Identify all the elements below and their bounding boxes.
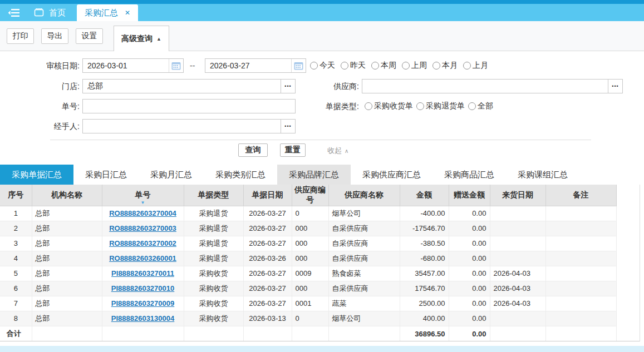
supplier-input[interactable] xyxy=(362,80,608,93)
doc-link[interactable]: RO88882603260001 xyxy=(109,254,176,262)
table-cell: -400.00 xyxy=(400,206,449,221)
table-cell: 2026-03-27 xyxy=(243,236,292,251)
quick-date-radio-3[interactable]: 上周 xyxy=(402,61,427,71)
export-button[interactable]: 导出 xyxy=(41,28,68,44)
table-cell: 熟食卤菜 xyxy=(328,266,400,281)
table-cell: 2026-04-03 xyxy=(490,296,545,311)
supplier-lookup-button[interactable]: ••• xyxy=(608,79,623,93)
quick-date-radio-group: 今天昨天本周上周本月上月 xyxy=(310,58,488,73)
handler-input[interactable] xyxy=(83,120,281,133)
column-header-label: 单据类型 xyxy=(198,190,229,199)
reset-button[interactable]: 重置 xyxy=(280,143,306,157)
table-cell: 0.00 xyxy=(449,296,490,311)
summary-subtab-0[interactable]: 采购单据汇总 xyxy=(0,165,73,185)
caret-up-icon: ▲ xyxy=(156,36,161,42)
column-header-1[interactable]: 机构名称 xyxy=(32,185,102,206)
doc-link[interactable]: RO88882603270003 xyxy=(109,224,176,232)
column-header-2[interactable]: 单号▼ xyxy=(102,185,184,206)
table-cell: 4 xyxy=(0,251,32,266)
quick-date-radio-5[interactable]: 上月 xyxy=(463,61,488,71)
doc-link[interactable]: PI88882603130004 xyxy=(111,314,175,323)
table-cell: 0009 xyxy=(292,266,328,281)
calendar-icon[interactable] xyxy=(169,59,183,72)
table-cell: 6 xyxy=(0,281,32,296)
table-row: 8总部PI88882603130004采购收货2026-03-130烟草公司40… xyxy=(0,311,616,326)
audit-date-label: 审核日期: xyxy=(0,58,80,73)
quick-date-radio-1[interactable]: 昨天 xyxy=(341,61,366,71)
column-header-7[interactable]: 金额 xyxy=(400,185,449,206)
radio-circle-icon xyxy=(310,62,318,70)
column-header-4[interactable]: 单据日期 xyxy=(243,185,292,206)
store-input[interactable] xyxy=(83,80,281,93)
table-cell: 采购收货 xyxy=(184,311,243,326)
table-cell: 总部 xyxy=(32,281,102,296)
date-from-wrap xyxy=(82,58,184,73)
handler-lookup-button[interactable]: ••• xyxy=(281,119,296,133)
table-cell: 000 xyxy=(292,221,328,236)
column-header-3[interactable]: 单据类型 xyxy=(184,185,243,206)
doc-link[interactable]: PI88882603270011 xyxy=(111,269,174,277)
doc-link[interactable]: RO88882603270002 xyxy=(109,239,176,247)
store-icon xyxy=(33,7,45,19)
doc-type-radio-label: 全部 xyxy=(478,101,493,111)
table-cell: 2026-03-27 xyxy=(243,221,292,236)
order-no-input[interactable] xyxy=(83,100,295,113)
settings-button[interactable]: 设置 xyxy=(76,28,103,44)
table-cell: 17546.70 xyxy=(400,281,449,296)
date-to-input[interactable] xyxy=(205,59,291,72)
table-cell: 自采供应商 xyxy=(328,281,400,296)
quick-date-radio-4[interactable]: 本月 xyxy=(432,61,458,71)
total-row: 合计36896.500.00 xyxy=(0,326,616,341)
calendar-icon[interactable] xyxy=(291,59,306,72)
quick-date-radio-label: 昨天 xyxy=(350,61,366,71)
table-cell: 采购退货 xyxy=(184,251,243,266)
collapse-chevron-icon: ∧ xyxy=(345,148,348,154)
column-header-6[interactable]: 供应商名称 xyxy=(328,185,400,206)
doc-link[interactable]: PI88882603270009 xyxy=(111,299,175,308)
quick-date-radio-0[interactable]: 今天 xyxy=(310,61,335,71)
table-cell: 000 xyxy=(292,236,328,251)
tab-purchase-summary[interactable]: 采购汇总 ✕ xyxy=(77,4,138,21)
total-empty-cell xyxy=(32,326,102,341)
table-cell: 总部 xyxy=(32,296,102,311)
home-tab[interactable]: 首页 xyxy=(33,4,66,21)
doc-link[interactable]: PI88882603270010 xyxy=(111,284,175,292)
table-cell xyxy=(490,221,545,236)
date-from-input[interactable] xyxy=(83,59,169,72)
summary-subtab-6[interactable]: 采购商品汇总 xyxy=(432,165,506,185)
print-button[interactable]: 打印 xyxy=(7,28,34,44)
close-tab-icon[interactable]: ✕ xyxy=(125,9,130,16)
summary-subtab-1[interactable]: 采购日汇总 xyxy=(73,165,139,185)
column-header-9[interactable]: 来货日期 xyxy=(490,185,545,206)
total-empty-cell xyxy=(545,326,616,341)
column-header-5[interactable]: 供应商编号 xyxy=(292,185,328,206)
column-header-10[interactable]: 备注 xyxy=(545,185,616,206)
summary-subtab-7[interactable]: 采购课组汇总 xyxy=(506,165,579,185)
summary-subtab-4[interactable]: 采购品牌汇总 xyxy=(277,165,351,185)
doc-link[interactable]: RO88882603270004 xyxy=(109,209,176,217)
table-cell: 总部 xyxy=(32,266,102,281)
column-header-label: 赠送金额 xyxy=(454,190,485,199)
table-cell xyxy=(545,281,616,296)
column-header-label: 供应商名称 xyxy=(345,190,384,199)
summary-subtab-2[interactable]: 采购月汇总 xyxy=(139,165,204,185)
quick-date-radio-label: 今天 xyxy=(319,61,335,71)
summary-subtab-3[interactable]: 采购类别汇总 xyxy=(204,165,277,185)
store-input-wrap xyxy=(82,79,281,93)
total-empty-cell xyxy=(328,326,400,341)
total-empty-cell xyxy=(184,326,243,341)
table-cell: 总部 xyxy=(32,206,102,221)
doc-type-radio-0[interactable]: 采购收货单 xyxy=(365,101,413,111)
total-empty-cell xyxy=(292,326,328,341)
summary-subtab-5[interactable]: 采购供应商汇总 xyxy=(351,165,432,185)
query-button[interactable]: 查询 xyxy=(238,143,268,157)
sidebar-collapse-icon[interactable] xyxy=(6,4,22,21)
column-header-0[interactable]: 序号 xyxy=(0,185,32,206)
quick-date-radio-2[interactable]: 本周 xyxy=(371,61,396,71)
collapse-panel-link[interactable]: 收起 ∧ xyxy=(327,146,348,156)
advanced-query-button[interactable]: 高级查询 ▲ xyxy=(114,26,169,51)
column-header-8[interactable]: 赠送金额 xyxy=(449,185,490,206)
doc-type-radio-2[interactable]: 全部 xyxy=(468,101,493,111)
doc-type-radio-1[interactable]: 采购退货单 xyxy=(416,101,465,111)
table-cell: 2026-03-27 xyxy=(243,266,292,281)
